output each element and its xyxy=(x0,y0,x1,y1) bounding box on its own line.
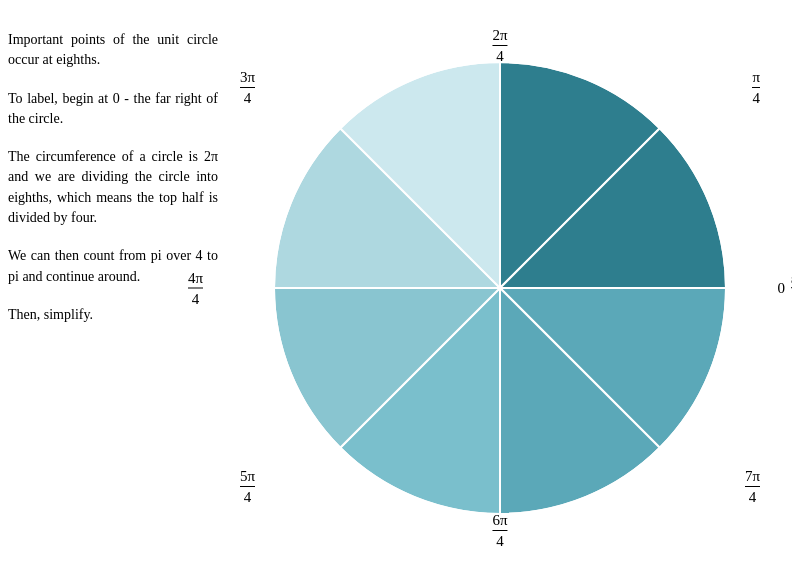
text-to-label: To label, begin at 0 - the far right of … xyxy=(8,91,218,126)
label-6pi4: 6π 4 xyxy=(492,511,507,550)
text-block-2: To label, begin at 0 - the far right of … xyxy=(8,89,218,130)
label-4pi4: 4π 4 xyxy=(188,269,203,308)
label-7pi4: 7π 4 xyxy=(745,467,760,506)
text-circumference: The circumference of a circle is 2π and … xyxy=(8,149,218,225)
left-panel: Important points of the unit circle occu… xyxy=(8,30,218,343)
text-important-points: Important points of the unit circle occu… xyxy=(8,32,218,67)
label-5pi4: 5π 4 xyxy=(240,467,255,506)
label-2pi4: 2π 4 xyxy=(492,26,507,65)
text-block-1: Important points of the unit circle occu… xyxy=(8,30,218,71)
label-pi4: π 4 xyxy=(752,68,760,107)
label-0-text: 0 xyxy=(777,279,785,297)
text-simplify: Then, simplify. xyxy=(8,307,93,322)
pie-chart: 2π 4 π 4 0 8π 4 7π 4 xyxy=(260,48,740,528)
chart-area: 2π 4 π 4 0 8π 4 7π 4 xyxy=(220,10,780,566)
text-block-4: We can then count from pi over 4 to pi a… xyxy=(8,246,218,287)
text-count: We can then count from pi over 4 to pi a… xyxy=(8,248,218,283)
text-block-3: The circumference of a circle is 2π and … xyxy=(8,147,218,228)
label-0-8pi4: 0 8π 4 xyxy=(777,273,792,303)
text-block-5: Then, simplify. xyxy=(8,305,218,325)
label-3pi4: 3π 4 xyxy=(240,68,255,107)
pie-svg xyxy=(260,48,740,528)
